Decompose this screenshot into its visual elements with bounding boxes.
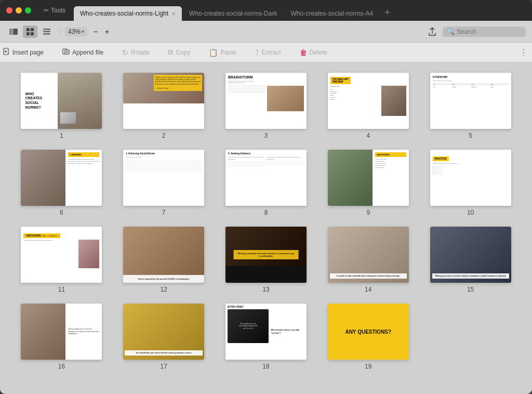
svg-rect-4 (26, 32, 30, 35)
list-item[interactable]: 1. Enforcing Social Norms The checklist … (118, 150, 210, 216)
paste-button[interactable]: 📋 Paste (206, 46, 240, 59)
list-item[interactable]: You should take your shoes off when ente… (118, 304, 210, 370)
list-item[interactable]: Wearing a birthday suite with alcohol in… (220, 227, 312, 293)
page-number: 18 (262, 363, 269, 370)
append-file-label: Append file (72, 49, 103, 56)
list-item[interactable]: 2. Seeking Evidence Text content about s… (220, 150, 312, 216)
page-thumbnail[interactable]: ANY QUESTIONS? (328, 304, 409, 360)
copy-label: Copy (176, 49, 190, 56)
zoom-minus-button[interactable]: − (90, 27, 101, 37)
svg-rect-0 (9, 29, 12, 35)
append-file-icon (62, 48, 70, 57)
page-thumbnail[interactable]: 1. Enforcing Social Norms The checklist … (123, 150, 204, 206)
page-thumbnail[interactable]: Offering your seat to someone elderly or… (430, 227, 511, 283)
page-thumbnail[interactable]: DISCUSSION Norm ✓ / No-Norm ✗ Instructio… (21, 227, 102, 283)
page-number: 15 (467, 286, 474, 293)
page-number: 1 (60, 132, 63, 139)
page-thumbnail[interactable]: BRAINSTORM Complete your brainstorm befo… (225, 73, 307, 129)
list-item[interactable]: WHOCREATESSOCIALNORMS? 1 (16, 73, 108, 139)
list-item[interactable]: PRACTICE Decide for each of the followin… (424, 150, 516, 216)
minimize-button[interactable] (16, 7, 22, 14)
list-item[interactable]: Paying compliments on someone's appearan… (16, 304, 108, 370)
page-number: 13 (262, 286, 269, 293)
zoom-control[interactable]: 43% ▾ (65, 27, 87, 36)
page-thumbnail[interactable]: VOCABULARYPREVIEW Find each term normsoc… (328, 73, 409, 129)
svg-rect-2 (26, 28, 30, 31)
svg-rect-6 (43, 29, 50, 30)
actionbar: Insert page Append file ↻ Rotate ⧉ Copy … (0, 43, 532, 62)
list-item[interactable]: DISCUSSION Norm ✓ / No-Norm ✗ Instructio… (16, 227, 108, 293)
page-thumbnail[interactable]: You're expected to tip around 15-20% in … (123, 227, 204, 283)
page-thumbnail[interactable]: EXTRA VIDEO Do social norms domore harm … (225, 304, 307, 360)
copy-button[interactable]: ⧉ Copy (165, 46, 193, 59)
tab-dark[interactable]: Who-creates-social-norms-Dark (183, 6, 283, 21)
page-thumbnail[interactable]: It's polite to make small talk before di… (328, 227, 409, 283)
list-item[interactable]: It's polite to make small talk before di… (322, 227, 414, 293)
toolbar-left (6, 25, 54, 38)
rotate-label: Rotate (131, 49, 149, 56)
list-view-button[interactable] (39, 25, 54, 38)
page-thumbnail[interactable]: "Why do cultures develop social norms? T… (123, 73, 204, 129)
page-number: 10 (467, 209, 474, 216)
list-item[interactable]: QUESTIONS 1. What is a social norm? 2. G… (322, 150, 414, 216)
actionbar-more-button[interactable]: ⋮ (520, 47, 532, 57)
zoom-plus-button[interactable]: + (102, 27, 112, 37)
titlebar: ✂ Tools Who-creates-social-norms-Light ✕… (0, 0, 532, 21)
search-input[interactable] (457, 28, 522, 35)
page-thumbnail[interactable]: WHOCREATESSOCIALNORMS? (21, 73, 102, 129)
search-box[interactable]: 🔍 (443, 27, 526, 37)
share-button[interactable] (425, 25, 440, 38)
tools-menu[interactable]: ✂ Tools (39, 5, 70, 16)
list-item[interactable]: "Why do cultures develop social norms? T… (118, 73, 210, 139)
delete-label: Delete (310, 49, 328, 56)
list-item[interactable]: EXTRA VIDEO Do social norms domore harm … (220, 304, 312, 370)
page-thumbnail[interactable]: 2. Seeking Evidence Text content about s… (225, 150, 307, 206)
rotate-button[interactable]: ↻ Rotate (119, 46, 152, 59)
svg-rect-1 (13, 29, 18, 35)
search-icon: 🔍 (447, 28, 455, 35)
list-item[interactable]: Offering your seat to someone elderly or… (424, 227, 516, 293)
grid-view-button[interactable] (23, 25, 37, 38)
zoom-chevron-icon: ▾ (82, 29, 84, 34)
list-item[interactable]: SYNONYMS Match the words to their synony… (424, 73, 516, 139)
page-thumbnail[interactable]: QUESTIONS 1. What is a social norm? 2. G… (328, 150, 409, 206)
list-item[interactable]: You're expected to tip around 15-20% in … (118, 227, 210, 293)
add-tab-button[interactable]: + (380, 7, 394, 18)
insert-page-button[interactable]: Insert page (0, 46, 47, 59)
tab-light-close[interactable]: ✕ (171, 11, 176, 17)
svg-rect-8 (43, 33, 50, 35)
page-number: 6 (60, 209, 63, 216)
svg-rect-3 (31, 28, 34, 31)
page-number: 19 (365, 363, 371, 370)
extract-button[interactable]: ⤴ Extract (252, 46, 284, 59)
page-thumbnail[interactable]: Wearing a birthday suite with alcohol in… (225, 227, 307, 283)
page-thumbnail[interactable]: SYNONYMS Match the words to their synony… (430, 73, 511, 129)
page-thumbnail[interactable]: PRACTICE Decide for each of the followin… (430, 150, 511, 206)
list-item[interactable]: BRAINSTORM Complete your brainstorm befo… (220, 73, 312, 139)
list-item[interactable]: ANY QUESTIONS? 19 (322, 304, 414, 370)
scissors-icon: ✂ (44, 7, 49, 14)
pages-grid: WHOCREATESSOCIALNORMS? 1 "Why do culture… (16, 73, 516, 370)
list-item[interactable]: LISTENING You're going to listen to two … (16, 150, 108, 216)
tab-light[interactable]: Who-creates-social-norms-Light ✕ (74, 6, 182, 21)
tab-a4-label: Who-creates-social-norms-A4 (290, 10, 373, 17)
tab-dark-label: Who-creates-social-norms-Dark (189, 10, 277, 17)
page-thumbnail[interactable]: LISTENING You're going to listen to two … (21, 150, 102, 206)
list-item[interactable]: VOCABULARYPREVIEW Find each term normsoc… (322, 73, 414, 139)
page-number: 2 (162, 132, 166, 139)
copy-icon: ⧉ (168, 48, 173, 57)
extract-label: Extract (261, 49, 281, 56)
tab-a4[interactable]: Who-creates-social-norms-A4 (284, 6, 379, 21)
sidebar-toggle-button[interactable] (6, 25, 21, 38)
page-number: 3 (264, 132, 268, 139)
fullscreen-button[interactable] (25, 7, 31, 14)
delete-button[interactable]: 🗑 Delete (297, 46, 331, 59)
close-button[interactable] (6, 7, 12, 14)
page-thumbnail[interactable]: You should take your shoes off when ente… (123, 304, 204, 360)
append-file-button[interactable]: Append file (59, 46, 107, 59)
traffic-lights (6, 7, 31, 14)
insert-page-icon (3, 48, 10, 57)
content-area[interactable]: WHOCREATESSOCIALNORMS? 1 "Why do culture… (0, 62, 532, 394)
page-number: 14 (365, 286, 371, 293)
page-thumbnail[interactable]: Paying compliments on someone's appearan… (21, 304, 102, 360)
